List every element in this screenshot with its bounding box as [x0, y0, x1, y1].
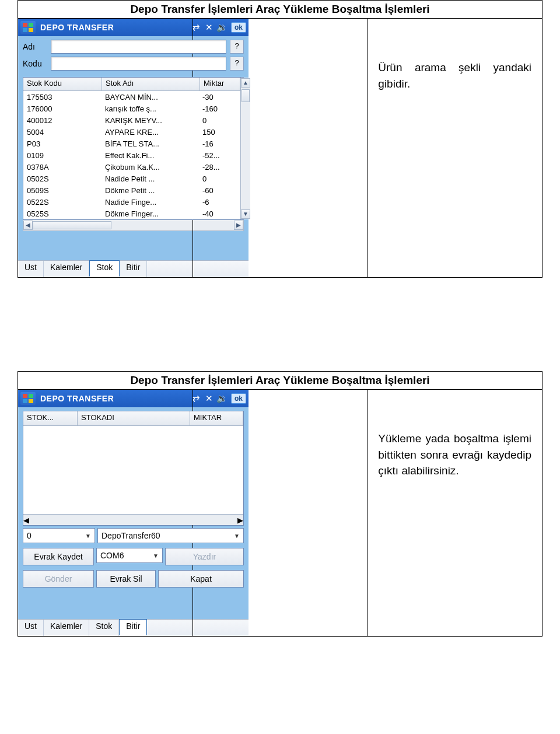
col-miktar[interactable]: Miktar — [200, 78, 240, 90]
tab-bitir[interactable]: Bitir — [119, 619, 147, 635]
cell-name: AYPARE KRE... — [102, 128, 199, 137]
tab-kalemler[interactable]: Kalemler — [44, 620, 89, 636]
scroll-left-icon[interactable]: ◀ — [23, 221, 33, 230]
cell-code: 0525S — [23, 209, 102, 218]
label-adi: Adı — [23, 42, 51, 51]
table-row[interactable]: 0109Effect Kak.Fi...-52... — [23, 149, 240, 161]
scroll-right-icon[interactable]: ▶ — [237, 516, 243, 525]
col-stokadi[interactable]: STOKADI — [78, 411, 190, 425]
cell-code: 175503 — [23, 93, 102, 102]
row-kodu: Kodu ? — [23, 57, 244, 71]
signal-icon[interactable]: ✕ — [203, 393, 216, 404]
start-flag-icon[interactable] — [20, 392, 36, 405]
cell-qty: -30 — [199, 93, 239, 102]
chevron-down-icon: ▼ — [153, 553, 159, 559]
delete-doc-button[interactable]: Evrak Sil — [96, 570, 156, 588]
cell-qty: 0 — [199, 116, 239, 125]
com-port-dropdown[interactable]: COM6 ▼ — [96, 548, 163, 563]
lookup-kodu-button[interactable]: ? — [230, 57, 244, 71]
template-dropdown[interactable]: DepoTransfer60 ▼ — [97, 528, 244, 543]
cell-name: BAYCAN MİN... — [102, 93, 199, 102]
connectivity-icon[interactable]: ⇄ — [190, 393, 203, 404]
cell-qty: -40 — [199, 209, 239, 218]
col-stok-kodu[interactable]: Stok Kodu — [23, 78, 102, 90]
volume-icon[interactable]: 🔉 — [216, 22, 229, 33]
print-button: Yazdır — [165, 548, 244, 565]
section-1-table: Depo Transfer İşlemleri Araç Yükleme Boş… — [18, 0, 542, 278]
tab-ust[interactable]: Ust — [18, 261, 44, 277]
section-1-heading: Depo Transfer İşlemleri Araç Yükleme Boş… — [18, 1, 542, 19]
stock-grid: Stok Kodu Stok Adı Miktar 175503BAYCAN M… — [23, 77, 244, 220]
section-1-desc-cell: Ürün arama şekli yandaki gibidir. — [368, 19, 542, 278]
table-row[interactable]: 0522SNadide Finge...-6 — [23, 196, 240, 208]
horizontal-scrollbar[interactable]: ◀ ▶ — [23, 514, 243, 525]
section-2-screenshot-cell: DEPO TRANSFER ⇄ ✕ 🔉 ok STOK... STOKADI M… — [18, 390, 193, 637]
template-value: DepoTransfer60 — [102, 531, 160, 540]
cell-code: P03 — [23, 139, 102, 148]
scroll-right-icon[interactable]: ▶ — [234, 221, 243, 230]
cell-name: Nadide Petit ... — [102, 174, 199, 183]
close-button[interactable]: Kapat — [158, 570, 244, 588]
scroll-up-icon[interactable]: ▲ — [241, 78, 250, 88]
section-1-screenshot-cell: DEPO TRANSFER ⇄ ✕ 🔉 ok Adı ? Kodu — [18, 19, 193, 278]
window-title: DEPO TRANSFER — [40, 394, 114, 403]
grid-header: Stok Kodu Stok Adı Miktar — [23, 78, 240, 91]
cell-qty: -28... — [199, 163, 239, 172]
ok-button[interactable]: ok — [231, 393, 246, 404]
col-stok[interactable]: STOK... — [23, 411, 78, 425]
tab-stok[interactable]: Stok — [89, 260, 120, 277]
cell-name: Dökme Finger... — [102, 209, 199, 218]
table-row[interactable]: 5004AYPARE KRE...150 — [23, 126, 240, 138]
volume-icon[interactable]: 🔉 — [216, 393, 229, 404]
table-row[interactable]: 0509SDökme Petit ...-60 — [23, 184, 240, 196]
cell-name: karışık toffe ş... — [102, 104, 199, 113]
cell-qty: -60 — [199, 186, 239, 195]
cell-qty: -160 — [199, 104, 239, 113]
scroll-thumb[interactable] — [242, 89, 250, 102]
table-row[interactable]: 0502SNadide Petit ...0 — [23, 173, 240, 184]
row-adi: Adı ? — [23, 40, 244, 54]
section-2-desc-cell: Yükleme yada boşaltma işlemi bittikten s… — [368, 390, 542, 637]
start-flag-icon[interactable] — [20, 21, 36, 34]
save-doc-button[interactable]: Evrak Kaydet — [23, 548, 94, 565]
tab-bitir[interactable]: Bitir — [120, 261, 147, 277]
col-miktar[interactable]: MIKTAR — [190, 411, 243, 425]
table-row[interactable]: P03BİFA TEL STA...-16 — [23, 138, 240, 149]
grid-main: Stok Kodu Stok Adı Miktar 175503BAYCAN M… — [23, 78, 240, 219]
tab-ust[interactable]: Ust — [18, 620, 44, 636]
tab-kalemler[interactable]: Kalemler — [44, 261, 89, 277]
com-value: COM6 — [100, 551, 124, 560]
table-row[interactable]: 400012KARIŞK MEYV...0 — [23, 114, 240, 126]
section-1-desc: Ürün arama şekli yandaki gibidir. — [378, 60, 531, 92]
vertical-scrollbar[interactable]: ▲ ▼ — [240, 78, 250, 219]
connectivity-icon[interactable]: ⇄ — [190, 22, 203, 33]
cell-qty: 150 — [199, 128, 239, 137]
scroll-left-icon[interactable]: ◀ — [23, 516, 29, 525]
tab-stok[interactable]: Stok — [89, 620, 119, 636]
cell-code: 400012 — [23, 116, 102, 125]
cell-qty: -52... — [199, 151, 239, 160]
button-row-1: Evrak Kaydet COM6 ▼ Yazdır — [18, 546, 249, 568]
table-row[interactable]: 0525SDökme Finger...-40 — [23, 208, 240, 219]
input-adi[interactable] — [51, 40, 226, 54]
table-row[interactable]: 176000karışık toffe ş...-160 — [23, 103, 240, 114]
cell-code: 0109 — [23, 151, 102, 160]
scroll-down-icon[interactable]: ▼ — [241, 209, 250, 219]
lookup-adi-button[interactable]: ? — [230, 40, 244, 54]
ok-button[interactable]: ok — [231, 22, 246, 33]
section-2-heading: Depo Transfer İşlemleri Araç Yükleme Boş… — [18, 372, 542, 390]
cell-code: 176000 — [23, 104, 102, 113]
cell-code: 0522S — [23, 198, 102, 207]
send-button: Gönder — [23, 570, 94, 588]
copies-dropdown[interactable]: 0 ▼ — [23, 528, 95, 543]
cell-code: 0502S — [23, 174, 102, 183]
chevron-down-icon: ▼ — [234, 533, 240, 539]
col-stok-adi[interactable]: Stok Adı — [102, 78, 200, 90]
table-row[interactable]: 175503BAYCAN MİN...-30 — [23, 91, 240, 103]
cell-code: 0509S — [23, 186, 102, 195]
cell-name: KARIŞK MEYV... — [102, 116, 199, 125]
table-row[interactable]: 0378AÇikobum Ka.K...-28... — [23, 161, 240, 173]
scroll-thumb-h[interactable] — [33, 221, 111, 229]
signal-icon[interactable]: ✕ — [203, 22, 216, 33]
input-kodu[interactable] — [51, 57, 226, 71]
